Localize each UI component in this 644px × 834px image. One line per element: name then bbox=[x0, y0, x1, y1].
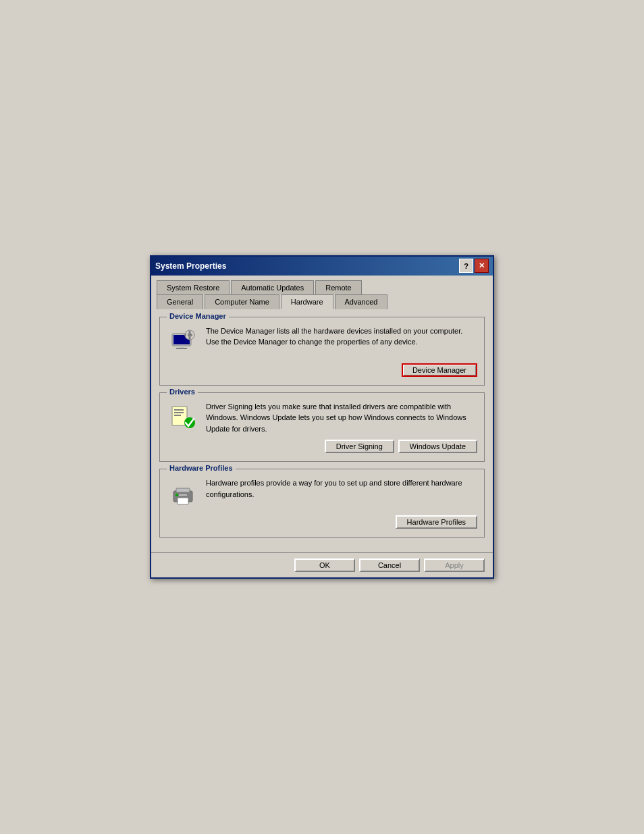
title-bar: System Properties ? ✕ bbox=[151, 257, 493, 276]
tab-general[interactable]: General bbox=[157, 294, 203, 309]
device-manager-description: The Device Manager lists all the hardwar… bbox=[206, 325, 477, 348]
tabs-row1: System Restore Automatic Updates Remote bbox=[157, 280, 487, 294]
tab-automatic-updates[interactable]: Automatic Updates bbox=[231, 280, 314, 294]
hardware-profiles-description: Hardware profiles provide a way for you … bbox=[206, 477, 477, 500]
drivers-icon bbox=[167, 401, 199, 434]
drivers-description: Driver Signing lets you make sure that i… bbox=[206, 401, 477, 435]
device-manager-label: Device Manager bbox=[167, 312, 229, 320]
hardware-profiles-label: Hardware Profiles bbox=[167, 464, 236, 472]
ok-button[interactable]: OK bbox=[294, 558, 355, 572]
svg-rect-2 bbox=[179, 346, 184, 348]
svg-rect-8 bbox=[184, 334, 186, 336]
svg-rect-18 bbox=[176, 494, 178, 496]
device-manager-button[interactable]: Device Manager bbox=[402, 363, 477, 377]
svg-rect-16 bbox=[176, 488, 190, 492]
hardware-profiles-icon bbox=[167, 477, 199, 510]
svg-rect-9 bbox=[190, 334, 192, 336]
device-manager-icon bbox=[167, 325, 199, 358]
tabs-container: System Restore Automatic Updates Remote … bbox=[151, 276, 493, 309]
svg-rect-3 bbox=[176, 348, 187, 349]
help-button[interactable]: ? bbox=[459, 259, 473, 273]
bottom-bar: OK Cancel Apply bbox=[151, 552, 493, 577]
drivers-label: Drivers bbox=[167, 388, 198, 396]
tab-system-restore[interactable]: System Restore bbox=[157, 280, 230, 294]
svg-rect-19 bbox=[179, 494, 187, 496]
drivers-button-row: Driver Signing Windows Update bbox=[167, 440, 477, 453]
hardware-profiles-button[interactable]: Hardware Profiles bbox=[396, 515, 477, 529]
hardware-profiles-content: Hardware profiles provide a way for you … bbox=[167, 477, 477, 510]
svg-rect-17 bbox=[178, 498, 188, 504]
device-manager-content: The Device Manager lists all the hardwar… bbox=[167, 325, 477, 358]
device-manager-section: Device Manager bbox=[159, 317, 485, 386]
dialog-title: System Properties bbox=[155, 261, 226, 271]
hardware-profiles-button-row: Hardware Profiles bbox=[167, 515, 477, 529]
tab-hardware[interactable]: Hardware bbox=[281, 294, 333, 309]
device-manager-button-row: Device Manager bbox=[167, 363, 477, 377]
tabs-row2: General Computer Name Hardware Advanced bbox=[157, 294, 487, 309]
close-button[interactable]: ✕ bbox=[475, 259, 489, 273]
driver-signing-button[interactable]: Driver Signing bbox=[325, 440, 394, 453]
cancel-button[interactable]: Cancel bbox=[359, 558, 420, 572]
drivers-content: Driver Signing lets you make sure that i… bbox=[167, 401, 477, 435]
content-area: Device Manager bbox=[151, 309, 493, 553]
system-properties-dialog: System Properties ? ✕ System Restore Aut… bbox=[150, 255, 494, 579]
tab-remote[interactable]: Remote bbox=[315, 280, 362, 294]
drivers-section: Drivers Driver Signing lets you make sur… bbox=[159, 392, 485, 463]
svg-rect-7 bbox=[189, 337, 191, 339]
apply-button[interactable]: Apply bbox=[424, 558, 485, 572]
svg-rect-12 bbox=[174, 412, 184, 413]
svg-rect-13 bbox=[174, 415, 181, 416]
title-bar-buttons: ? ✕ bbox=[459, 259, 489, 273]
tab-computer-name[interactable]: Computer Name bbox=[205, 294, 279, 309]
hardware-profiles-section: Hardware Profiles Hardware profiles prov… bbox=[159, 469, 485, 538]
svg-rect-6 bbox=[189, 331, 191, 333]
windows-update-button[interactable]: Windows Update bbox=[398, 440, 477, 453]
svg-rect-11 bbox=[174, 409, 184, 411]
tab-advanced[interactable]: Advanced bbox=[335, 294, 388, 309]
